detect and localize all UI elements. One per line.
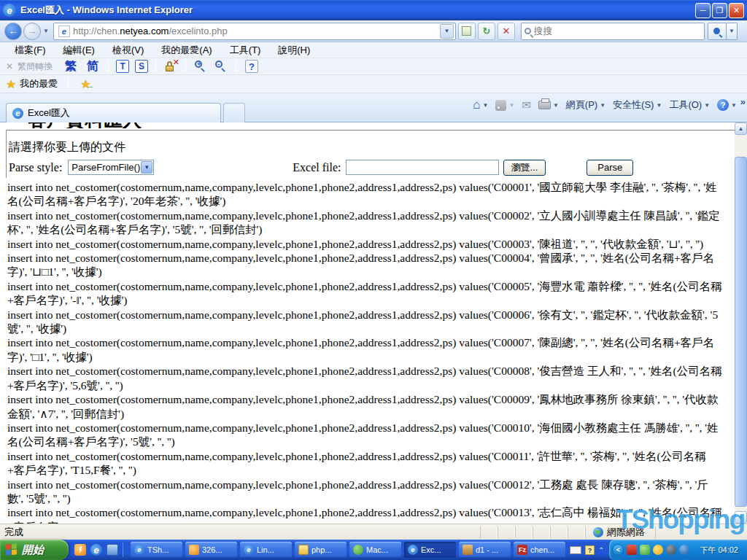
status-resize-area	[655, 526, 743, 538]
search-input[interactable]	[534, 26, 680, 36]
new-tab-stub[interactable]	[223, 103, 245, 122]
browser-content: 客戶資料匯入 請選擇你要上傳的文件 Parse style: ParseFrom…	[0, 122, 747, 524]
filezilla-icon: Fz	[517, 545, 527, 555]
horizontal-rule	[6, 130, 740, 131]
minimize-button[interactable]: ─	[695, 3, 711, 18]
menu-file[interactable]: 檔案(F)	[6, 42, 55, 58]
safety-menu-button[interactable]: 安全性(S)▼	[613, 98, 662, 112]
toolbar-close-icon[interactable]: ✕	[6, 61, 13, 71]
tray-network-icon[interactable]	[679, 545, 689, 555]
tab-excel-import[interactable]: e Excel匯入	[6, 103, 221, 122]
read-mail-button[interactable]: ✉	[522, 98, 531, 112]
tray-pdf-icon[interactable]	[627, 545, 637, 555]
refresh-button[interactable]: ↻	[478, 23, 495, 40]
taskbar-window-d1[interactable]: d1 - ...	[459, 542, 511, 558]
menu-view[interactable]: 檢視(V)	[104, 42, 152, 58]
page-icon: e	[58, 26, 70, 37]
simplified-chinese-button[interactable]: 简	[87, 59, 98, 74]
menu-help[interactable]: 說明(H)	[269, 42, 319, 58]
forward-button[interactable]: →	[23, 23, 41, 40]
tray-app-icon[interactable]	[666, 545, 676, 555]
toolbar-overflow-chevron[interactable]: »	[740, 96, 746, 107]
menu-tools[interactable]: 工具(T)	[221, 42, 270, 58]
compatibility-icon	[462, 26, 471, 36]
compatibility-view-button[interactable]	[458, 23, 476, 40]
windows-logo-icon	[6, 543, 18, 556]
url-text[interactable]: http://chen.netyea.com/excelinto.php	[73, 26, 228, 36]
sql-insert-line: insert into net_costomer(costomernum,nam…	[7, 505, 722, 524]
app-icon	[462, 545, 473, 555]
app-icon	[353, 545, 363, 555]
excel-file-input[interactable]	[346, 160, 499, 175]
taskbar-window-mac[interactable]: Mac...	[349, 542, 401, 558]
zoom-out-button[interactable]: -	[214, 60, 228, 73]
close-button[interactable]: ✕	[729, 3, 744, 18]
zoom-in-button[interactable]: +	[194, 60, 207, 73]
taskbar-window-tshopping[interactable]: eTSh...	[131, 542, 182, 558]
scroll-down-button[interactable]: ▼	[735, 511, 747, 524]
search-provider-dropdown[interactable]: ▼	[727, 23, 738, 40]
sql-insert-line: insert into net_costomer(costomernum,nam…	[7, 364, 722, 392]
lock-disabled-icon[interactable]: ✕	[163, 60, 178, 73]
start-button[interactable]: 開始	[0, 540, 69, 560]
restore-button[interactable]: ❐	[712, 3, 727, 18]
tools-menu-button[interactable]: 工具(O)▼	[669, 98, 710, 112]
menu-edit[interactable]: 編輯(E)	[55, 42, 104, 58]
browse-button[interactable]: 瀏覽...	[503, 160, 546, 176]
command-bar: ⌂▼ ▼ ✉ ▼ 網頁(P)▼ 安全性(S)▼ 工具(O)▼ ?▼	[473, 98, 737, 112]
taskbar-indicators: ? ⌃	[570, 545, 604, 555]
scroll-up-button[interactable]: ▲	[735, 122, 747, 135]
quick-launch-ie-icon[interactable]: e	[90, 544, 102, 556]
stop-button[interactable]: ✕	[498, 23, 515, 40]
window-title: Excel匯入 - Windows Internet Explorer	[20, 4, 193, 17]
converter-toolbar-label: 繁簡轉換	[18, 61, 53, 73]
taskbar-window-326[interactable]: 326...	[185, 542, 237, 558]
tray-expand-button[interactable]: <	[612, 544, 624, 556]
page-heading-clipped: 客戶資料匯入	[28, 122, 747, 128]
tray-messenger-icon[interactable]	[640, 545, 650, 555]
ime-help-icon[interactable]: ?	[585, 545, 595, 555]
address-bar[interactable]: e http://chen.netyea.com/excelinto.php ▼	[53, 23, 456, 40]
favorites-label[interactable]: 我的最愛	[20, 77, 58, 90]
security-zone: 網際網路	[585, 526, 655, 538]
page-menu-button[interactable]: 網頁(P)▼	[566, 98, 605, 112]
tray-smiley-icon[interactable]	[653, 545, 663, 555]
printer-icon	[538, 101, 551, 109]
keyboard-layout-icon[interactable]	[570, 546, 581, 554]
taskbar-clock[interactable]: 下午 04:02	[700, 545, 741, 556]
feeds-button[interactable]: ▼	[495, 100, 514, 111]
quick-launch-app-icon[interactable]	[107, 544, 118, 556]
ime-collapse-icon[interactable]: ⌃	[598, 546, 604, 554]
taskbar-window-excel-import[interactable]: eExc...	[404, 542, 456, 558]
add-favorite-button[interactable]: ★ →	[80, 77, 90, 91]
scrollbar-thumb[interactable]	[735, 157, 747, 507]
toolbar-help-button[interactable]: ?	[245, 60, 258, 73]
menu-favorites[interactable]: 我的最愛(A)	[152, 42, 220, 58]
status-text: 完成	[4, 526, 23, 539]
print-button[interactable]: ▼	[538, 101, 559, 109]
history-dropdown-icon[interactable]: ▼	[43, 28, 49, 34]
address-dropdown-button[interactable]: ▼	[440, 24, 454, 39]
back-button[interactable]: ←	[4, 23, 22, 40]
vertical-scrollbar[interactable]: ▲ ▼	[735, 122, 747, 524]
sql-insert-line: insert into net_costomer(costomernum,nam…	[7, 449, 722, 478]
converter-toolbar: ✕ 繁簡轉換 繁 简 T S ✕ + - ?	[0, 58, 747, 75]
convert-to-traditional-button[interactable]: T	[116, 60, 129, 73]
excel-file-label: Excel file:	[293, 161, 341, 174]
favorites-star-icon[interactable]: ★	[6, 77, 16, 91]
quick-launch-thunder-icon[interactable]	[74, 544, 86, 556]
taskbar-window-php[interactable]: php...	[295, 542, 347, 558]
taskbar-window-lin[interactable]: eLin...	[240, 542, 292, 558]
search-go-button[interactable]	[708, 23, 727, 40]
parse-button[interactable]: Parse	[587, 160, 633, 176]
search-box[interactable]	[521, 23, 705, 40]
system-tray: < 下午 04:02	[608, 540, 747, 560]
taskbar-window-chen[interactable]: Fzchen...	[514, 542, 565, 558]
home-button[interactable]: ⌂▼	[473, 98, 488, 112]
help-menu-button[interactable]: ?▼	[717, 99, 737, 111]
quick-launch-separator	[123, 542, 123, 557]
convert-to-simplified-button[interactable]: S	[135, 60, 148, 73]
parse-style-select[interactable]: ParseFromFile() ▼	[68, 160, 154, 175]
sql-insert-line: insert into net_costomer(costomernum,nam…	[7, 237, 722, 251]
traditional-chinese-button[interactable]: 繁	[65, 59, 77, 74]
